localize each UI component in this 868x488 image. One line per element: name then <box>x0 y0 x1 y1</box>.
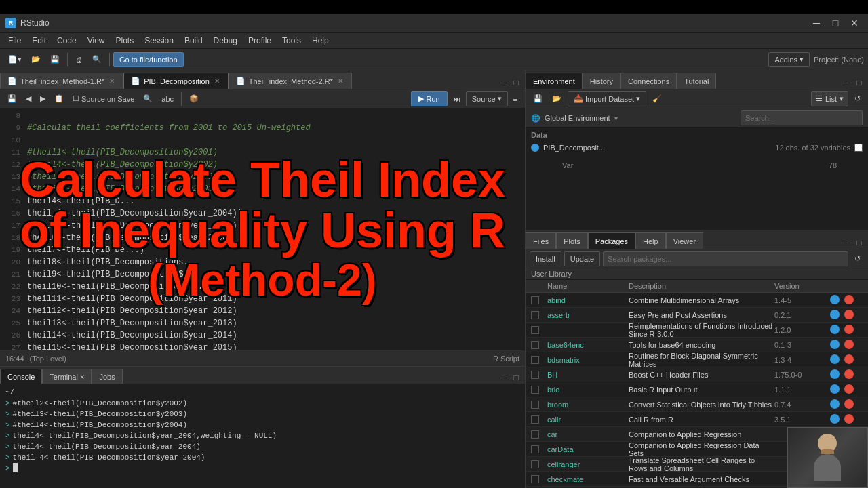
menu-item-build[interactable]: Build <box>179 35 208 47</box>
addins-button[interactable]: Addins ▾ <box>768 52 810 67</box>
pkg-delete-icon[interactable] <box>844 384 854 394</box>
tab-packages[interactable]: Packages <box>588 232 635 249</box>
editor-save-btn[interactable]: 💾 <box>4 92 20 106</box>
tab-terminal[interactable]: Terminal × <box>42 369 92 384</box>
editor-new-section-btn[interactable]: 📋 <box>51 92 67 106</box>
pkg-name[interactable]: assertr <box>547 311 629 319</box>
menu-item-profile[interactable]: Profile <box>243 35 277 47</box>
code-editor[interactable]: 89#Calculat theil coefficients from 2001… <box>0 108 525 350</box>
pkg-globe-icon[interactable] <box>830 295 840 304</box>
pkg-name[interactable]: carData <box>547 445 629 453</box>
editor-more-btn[interactable]: ≡ <box>510 92 521 106</box>
find-button[interactable]: 🔍 <box>88 52 106 68</box>
update-packages-btn[interactable]: Update <box>564 251 600 266</box>
tab-pib-decomposition[interactable]: 📄 PIB_Decomposition ✕ <box>123 73 229 89</box>
pkg-checkbox[interactable] <box>531 311 539 319</box>
tab-connections[interactable]: Connections <box>620 73 677 89</box>
pkg-name[interactable]: brio <box>547 386 629 394</box>
pkg-name[interactable]: base64enc <box>547 341 629 349</box>
env-save-btn[interactable]: 💾 <box>530 92 546 106</box>
pkg-refresh-btn[interactable]: ↺ <box>851 251 864 266</box>
new-file-button[interactable]: 📄▾ <box>4 52 26 68</box>
pkg-globe-icon[interactable] <box>830 369 840 379</box>
pkg-name[interactable]: abind <box>547 296 629 304</box>
menu-item-tools[interactable]: Tools <box>277 35 307 47</box>
editor-back-btn[interactable]: ◀ <box>22 92 35 106</box>
pkg-delete-icon[interactable] <box>844 369 854 379</box>
tab-console[interactable]: Console <box>0 369 42 384</box>
tab-files[interactable]: Files <box>526 232 556 249</box>
menu-item-session[interactable]: Session <box>139 35 179 47</box>
editor-run-all-btn[interactable]: ⏭ <box>450 92 464 106</box>
tab-jobs[interactable]: Jobs <box>92 369 122 384</box>
close-button[interactable]: ✕ <box>846 16 863 30</box>
menu-item-file[interactable]: File <box>3 35 26 47</box>
tab-plots[interactable]: Plots <box>556 232 587 249</box>
import-dataset-btn[interactable]: 📥 Import Dataset ▾ <box>568 92 646 106</box>
pkg-checkbox[interactable] <box>531 415 539 424</box>
pkg-checkbox[interactable] <box>531 475 539 483</box>
pkg-checkbox[interactable] <box>531 401 539 409</box>
install-packages-btn[interactable]: Install <box>530 251 561 266</box>
pkg-globe-icon[interactable] <box>830 325 840 334</box>
menu-item-debug[interactable]: Debug <box>208 35 243 47</box>
pkg-checkbox[interactable] <box>531 341 539 349</box>
packages-search-input[interactable] <box>603 251 848 266</box>
editor-maximize-btn[interactable]: □ <box>510 77 522 89</box>
env-search-input[interactable] <box>741 110 863 125</box>
tab-theil-method1-close[interactable]: ✕ <box>108 77 116 85</box>
pkg-globe-icon[interactable] <box>830 384 840 394</box>
open-file-button[interactable]: 📂 <box>27 52 45 68</box>
menu-item-plots[interactable]: Plots <box>111 35 140 47</box>
editor-compile-btn[interactable]: 📦 <box>186 92 202 106</box>
run-button[interactable]: ▶ Run <box>411 92 448 106</box>
tab-theil-method1[interactable]: 📄 Theil_index_Method-1.R* ✕ <box>0 73 123 89</box>
pkg-checkbox[interactable] <box>531 371 539 379</box>
env-min-btn[interactable]: ─ <box>840 77 852 89</box>
pkg-delete-icon[interactable] <box>844 310 854 319</box>
minimize-button[interactable]: ─ <box>808 16 825 30</box>
menu-item-code[interactable]: Code <box>52 35 82 47</box>
env-list-selector[interactable]: ☰ List ▾ <box>811 92 848 106</box>
menu-item-help[interactable]: Help <box>307 35 334 47</box>
pkg-name[interactable]: checkmate <box>547 475 629 483</box>
pkg-checkbox[interactable] <box>531 445 539 453</box>
data-checkbox[interactable] <box>854 144 863 152</box>
tab-theil-method2[interactable]: 📄 Theil_index_Method-2.R* ✕ <box>229 73 352 89</box>
console-max-btn[interactable]: □ <box>510 371 522 384</box>
pkg-globe-icon[interactable] <box>830 399 840 409</box>
env-max-btn[interactable]: □ <box>853 77 865 89</box>
pkg-globe-icon[interactable] <box>830 310 840 319</box>
pkg-name[interactable]: car <box>547 430 629 439</box>
env-refresh-btn[interactable]: ↺ <box>851 92 864 106</box>
env-clear-btn[interactable]: 🧹 <box>649 92 665 106</box>
source-button[interactable]: Source ▾ <box>466 92 508 106</box>
pkg-globe-icon[interactable] <box>830 354 840 364</box>
editor-minimize-btn[interactable]: ─ <box>496 77 509 89</box>
tab-pib-close[interactable]: ✕ <box>213 77 221 85</box>
pkg-min-btn[interactable]: ─ <box>840 237 852 249</box>
tab-theil-method2-close[interactable]: ✕ <box>336 77 344 85</box>
pkg-name[interactable]: broom <box>547 401 629 409</box>
pkg-globe-icon[interactable] <box>830 340 840 349</box>
pkg-checkbox[interactable] <box>531 386 539 394</box>
goto-function-button[interactable]: Go to file/function <box>113 52 184 67</box>
tab-help[interactable]: Help <box>635 232 666 249</box>
console-up-btn[interactable]: ─ <box>496 371 509 384</box>
tab-viewer[interactable]: Viewer <box>666 232 703 249</box>
tab-tutorial[interactable]: Tutorial <box>677 73 716 89</box>
pkg-checkbox[interactable] <box>531 460 539 468</box>
source-on-save-btn[interactable]: ☐ Source on Save <box>69 92 138 106</box>
save-button[interactable]: 💾 <box>46 52 64 68</box>
editor-forward-btn[interactable]: ▶ <box>37 92 49 106</box>
pkg-checkbox[interactable] <box>531 296 539 304</box>
editor-spell-btn[interactable]: abc <box>158 92 177 106</box>
pkg-delete-icon[interactable] <box>844 399 854 409</box>
pkg-checkbox[interactable] <box>531 326 539 334</box>
tab-history[interactable]: History <box>583 73 620 89</box>
print-button[interactable]: 🖨 <box>71 52 87 68</box>
pkg-name[interactable]: BH <box>547 371 629 379</box>
console-content[interactable]: ~/ >#theil2<-theil(PIB_Decomposition$y20… <box>0 384 525 488</box>
pkg-delete-icon[interactable] <box>844 354 854 364</box>
menu-item-edit[interactable]: Edit <box>26 35 52 47</box>
